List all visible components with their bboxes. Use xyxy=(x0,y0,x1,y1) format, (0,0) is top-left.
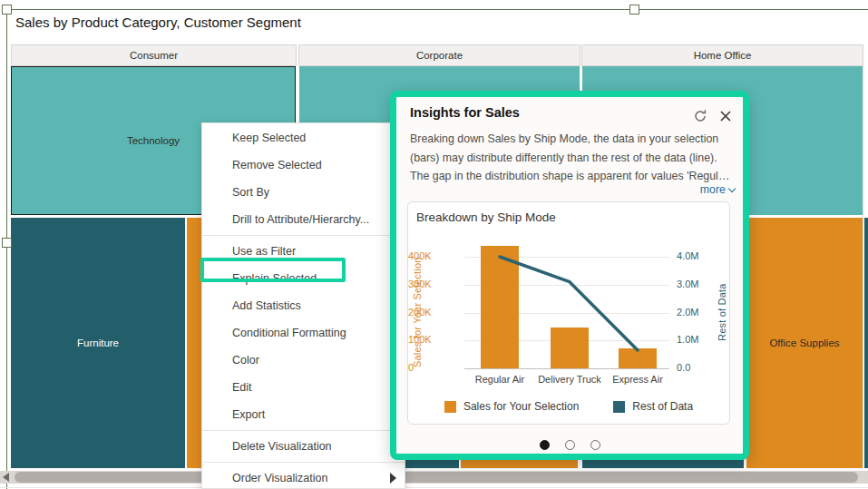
menu-item-label: Keep Selected xyxy=(232,132,306,144)
menu-item-label: Add Statistics xyxy=(232,299,301,312)
menu-item-label: Conditional Formatting xyxy=(232,327,346,339)
chart-plot-area: Regular AirDelivery TruckExpress Air xyxy=(464,257,669,368)
legend-item-rest-of-data[interactable]: Rest of Data xyxy=(613,400,693,413)
menu-separator xyxy=(202,462,405,463)
resize-handle-left-middle[interactable] xyxy=(2,238,12,248)
horizontal-scrollbar-thumb[interactable] xyxy=(15,472,858,483)
menu-item-drill-to-attribute-hierarchy[interactable]: Drill to Attribute/Hierarchy... xyxy=(202,206,405,233)
menu-item-label: Use as Filter xyxy=(232,245,296,258)
treemap-edge-sliver[interactable] xyxy=(864,218,868,468)
breakdown-chart-card: Breakdown by Ship Mode Regular AirDelive… xyxy=(407,201,730,425)
chart-title: Breakdown by Ship Mode xyxy=(416,210,556,224)
menu-item-explain-selected[interactable]: Explain Selected xyxy=(202,265,405,292)
menu-item-label: Remove Selected xyxy=(232,159,322,171)
refresh-icon[interactable] xyxy=(692,108,708,124)
pagination-dot-1[interactable] xyxy=(540,440,550,450)
column-header-consumer[interactable]: Consumer xyxy=(11,44,297,66)
selection-frame-top xyxy=(9,9,868,10)
menu-item-label: Edit xyxy=(232,381,252,394)
submenu-arrow-icon xyxy=(390,473,396,484)
resize-handle-top-middle[interactable] xyxy=(629,5,639,15)
treemap-tile-consumer-furniture[interactable]: Furniture xyxy=(11,218,185,468)
legend-swatch xyxy=(613,401,625,413)
canvas-bottom-border xyxy=(0,487,868,488)
menu-item-keep-selected[interactable]: Keep Selected xyxy=(202,124,405,152)
right-axis-tick-label: 0.0 xyxy=(677,362,713,373)
chart-legend: Sales for Your SelectionRest of Data xyxy=(408,400,729,413)
left-axis-title: Sales for Your Selection xyxy=(412,251,423,374)
insights-popup: Insights for Sales Breaking down Sales b… xyxy=(390,91,749,460)
insight-text: Breaking down Sales by Ship Mode, the da… xyxy=(410,130,735,186)
right-axis-tick-label: 2.0M xyxy=(677,307,713,318)
close-icon[interactable] xyxy=(717,108,734,124)
menu-item-edit[interactable]: Edit xyxy=(202,374,405,401)
menu-item-delete-visualization[interactable]: Delete Visualization xyxy=(202,433,405,460)
menu-item-export[interactable]: Export xyxy=(202,401,405,428)
selection-frame-left xyxy=(6,9,7,489)
legend-label: Rest of Data xyxy=(632,400,693,413)
pagination-dot-3[interactable] xyxy=(590,440,600,450)
popup-title: Insights for Sales xyxy=(410,105,520,120)
right-axis-tick-label: 3.0M xyxy=(677,279,713,289)
pagination-dot-2[interactable] xyxy=(565,440,575,450)
column-header-corporate[interactable]: Corporate xyxy=(298,44,580,66)
menu-item-label: Sort By xyxy=(232,186,269,199)
menu-item-label: Explain Selected xyxy=(232,272,317,285)
legend-swatch xyxy=(444,401,456,413)
menu-item-label: Drill to Attribute/Hierarchy... xyxy=(232,213,369,226)
menu-item-order-visualization[interactable]: Order Visualization xyxy=(202,465,405,489)
menu-item-color[interactable]: Color xyxy=(202,347,405,374)
legend-label: Sales for Your Selection xyxy=(463,400,579,413)
viz-title: Sales by Product Category, Customer Segm… xyxy=(15,15,301,30)
analytics-canvas: Sales by Product Category, Customer Segm… xyxy=(0,0,868,489)
menu-item-sort-by[interactable]: Sort By xyxy=(202,179,405,206)
menu-item-conditional-formatting[interactable]: Conditional Formatting xyxy=(202,319,405,347)
menu-item-use-as-filter[interactable]: Use as Filter xyxy=(202,238,405,265)
treemap-tile-label: Technology xyxy=(127,135,180,146)
menu-separator xyxy=(202,235,405,236)
menu-separator xyxy=(202,430,405,431)
chevron-down-icon xyxy=(728,185,736,192)
treemap-tile-label: Furniture xyxy=(77,337,119,348)
resize-handle-top-left[interactable] xyxy=(2,5,12,15)
menu-item-label: Delete Visualization xyxy=(232,440,332,453)
horizontal-scrollbar-track[interactable] xyxy=(0,471,868,484)
x-axis-line xyxy=(464,368,669,369)
right-axis-tick-label: 1.0M xyxy=(677,334,713,345)
pagination-dots xyxy=(396,440,743,450)
treemap-tile-home-office-office-supplies[interactable]: Office Supplies xyxy=(746,218,863,468)
legend-item-sales-for-your-selection[interactable]: Sales for Your Selection xyxy=(444,400,579,413)
menu-item-remove-selected[interactable]: Remove Selected xyxy=(202,152,405,179)
menu-item-label: Export xyxy=(232,408,265,421)
menu-item-label: Order Visualization xyxy=(232,472,327,484)
treemap-tile-label: Office Supplies xyxy=(769,337,839,348)
context-menu: Keep SelectedRemove SelectedSort ByDrill… xyxy=(201,122,405,489)
column-header-home-office[interactable]: Home Office xyxy=(581,44,863,66)
viz-right-border xyxy=(863,44,863,468)
right-axis-title: Rest of Data xyxy=(717,251,727,374)
right-axis-tick-label: 4.0M xyxy=(677,250,713,261)
menu-item-label: Color xyxy=(232,354,259,367)
line-rest-of-data[interactable] xyxy=(500,257,638,350)
x-axis-label-express-air: Express Air xyxy=(592,374,683,385)
scrollbar-left-arrow-icon[interactable] xyxy=(3,473,9,482)
more-link[interactable]: more xyxy=(700,183,735,196)
menu-item-add-statistics[interactable]: Add Statistics xyxy=(202,292,405,319)
